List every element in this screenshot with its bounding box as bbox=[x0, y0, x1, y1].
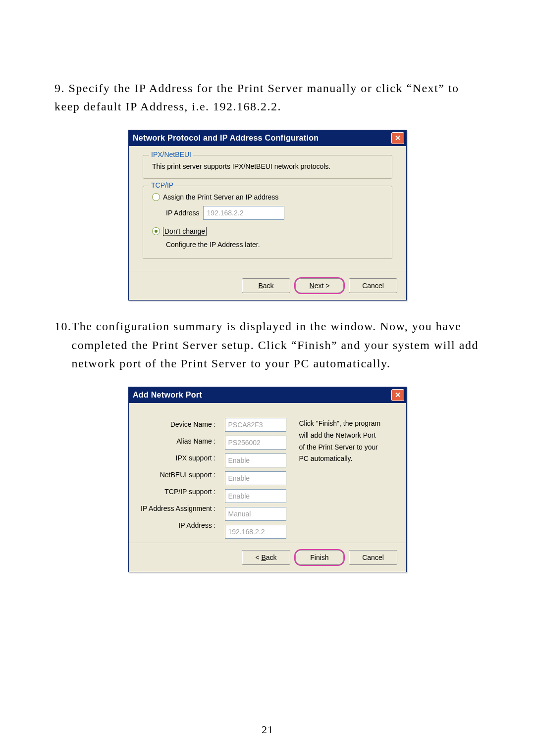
label-tcpip-support: TCP/IP support : bbox=[164, 485, 215, 498]
groupbox-ipx: IPX/NetBEUI This print server supports I… bbox=[143, 155, 392, 179]
cancel-button[interactable]: Cancel bbox=[349, 550, 397, 565]
ipx-text: This print server supports IPX/NetBEUI n… bbox=[152, 162, 383, 170]
ip-address-input[interactable]: 192.168.2.2 bbox=[203, 206, 284, 220]
ip-address-label: IP Address bbox=[166, 209, 199, 217]
step-10-body: The configuration summary is displayed i… bbox=[72, 317, 481, 373]
step-9-num: 9. bbox=[54, 82, 65, 95]
step-10-num: 10. bbox=[54, 317, 72, 373]
step-10: 10. The configuration summary is display… bbox=[54, 317, 481, 373]
titlebar: Network Protocol and IP Address Configur… bbox=[129, 130, 406, 146]
back-button[interactable]: Back bbox=[242, 278, 290, 293]
radio-checked-icon bbox=[152, 227, 160, 235]
groupbox-ipx-title: IPX/NetBEUI bbox=[149, 151, 193, 158]
page-number: 21 bbox=[0, 723, 535, 736]
button-row: Back Next > Cancel bbox=[129, 271, 406, 300]
close-icon[interactable]: ✕ bbox=[391, 132, 404, 144]
label-device-name: Device Name : bbox=[170, 418, 216, 431]
radio-unchecked-icon bbox=[152, 193, 160, 201]
radio-dont-change[interactable]: Don't change bbox=[152, 227, 383, 236]
label-alias-name: Alias Name : bbox=[176, 435, 215, 448]
value-ipx-support: Enable bbox=[225, 454, 286, 467]
step-9-body: Specify the IP Address for the Print Ser… bbox=[54, 82, 459, 113]
configure-later-text: Configure the IP Address later. bbox=[166, 241, 383, 249]
dialog-add-network-port: Add Network Port ✕ Device Name : Alias N… bbox=[128, 387, 407, 572]
button-row-2: < Back Finish Cancel bbox=[129, 543, 406, 572]
groupbox-tcpip-title: TCP/IP bbox=[149, 181, 175, 189]
value-tcpip-support: Enable bbox=[225, 489, 286, 503]
radio-dont-label: Don't change bbox=[163, 227, 207, 236]
step-9: 9. Specify the IP Address for the Print … bbox=[54, 79, 481, 116]
radio-assign[interactable]: Assign the Print Server an IP address bbox=[152, 193, 383, 201]
value-ip-address: 192.168.2.2 bbox=[225, 525, 286, 539]
titlebar-2: Add Network Port ✕ bbox=[129, 387, 406, 403]
dialog-title: Network Protocol and IP Address Configur… bbox=[133, 134, 319, 143]
value-netbeui-support: Enable bbox=[225, 471, 286, 485]
label-ipx-support: IPX support : bbox=[176, 452, 216, 464]
value-ip-assignment: Manual bbox=[225, 507, 286, 521]
label-ip-address: IP Address : bbox=[178, 519, 215, 532]
label-netbeui-support: NetBEUI support : bbox=[160, 468, 216, 481]
back-button[interactable]: < Back bbox=[242, 550, 290, 565]
value-alias-name: PS256002 bbox=[225, 436, 286, 450]
dialog-network-protocol: Network Protocol and IP Address Configur… bbox=[128, 130, 407, 301]
instruction-text: Click "Finish", the program will add the… bbox=[295, 418, 395, 539]
radio-assign-label: Assign the Print Server an IP address bbox=[163, 193, 278, 201]
cancel-button[interactable]: Cancel bbox=[349, 278, 397, 293]
value-device-name: PSCA82F3 bbox=[225, 418, 286, 432]
label-ip-assignment: IP Address Assignment : bbox=[141, 502, 216, 515]
dialog2-title: Add Network Port bbox=[133, 391, 202, 400]
finish-button[interactable]: Finish bbox=[295, 550, 344, 565]
next-button[interactable]: Next > bbox=[295, 278, 344, 293]
groupbox-tcpip: TCP/IP Assign the Print Server an IP add… bbox=[143, 186, 392, 259]
close-icon[interactable]: ✕ bbox=[391, 389, 404, 401]
